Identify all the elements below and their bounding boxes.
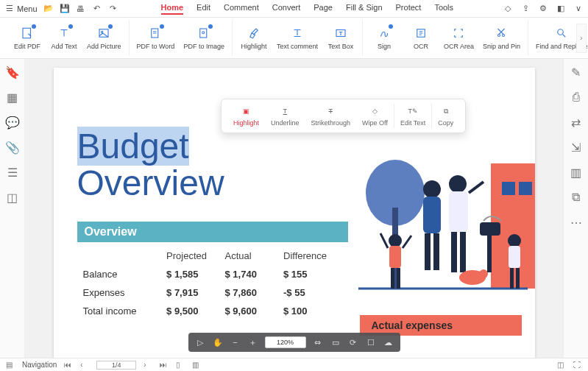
skin-icon[interactable]: ◧	[556, 4, 566, 14]
prev-page-icon[interactable]: ‹	[80, 361, 89, 370]
compress-icon[interactable]: ⇲	[570, 141, 582, 153]
nav-panel-icon[interactable]: ▤	[6, 361, 15, 370]
ctx-edit-text[interactable]: T✎Edit Text	[394, 104, 431, 128]
redo-icon[interactable]: ↷	[108, 4, 118, 14]
ocr-button[interactable]: OCR	[407, 26, 435, 50]
next-page-icon[interactable]: ›	[144, 361, 152, 370]
ribbon-label: OCR	[414, 43, 428, 50]
menu-button[interactable]: ☰ Menu	[4, 4, 38, 14]
col-difference: Difference	[283, 250, 341, 261]
share-icon[interactable]: ⇪	[520, 4, 531, 14]
export-pdf-icon[interactable]: ⎙	[570, 91, 582, 103]
svg-rect-19	[425, 233, 431, 270]
row-difference: $ 100	[283, 305, 341, 317]
ctx-wipeoff[interactable]: ◇Wipe Off	[356, 104, 394, 128]
tab-page[interactable]: Page	[314, 3, 333, 15]
rotate-icon[interactable]: ⟳	[347, 336, 359, 348]
svg-point-21	[449, 175, 467, 193]
single-page-icon[interactable]: ▯	[176, 361, 185, 370]
cloud-icon[interactable]: ☁	[383, 336, 394, 348]
tab-edit[interactable]: Edit	[196, 3, 210, 15]
print-icon[interactable]: 🖶	[76, 4, 86, 14]
pdf-to-word-button[interactable]: PDF to Word	[137, 26, 175, 50]
read-mode-icon[interactable]: ☐	[365, 336, 377, 348]
last-page-icon[interactable]: ⏭	[160, 361, 169, 370]
pdf-to-image-icon	[196, 26, 211, 40]
open-icon[interactable]: 📂	[43, 4, 54, 14]
attachments-icon[interactable]: 📎	[7, 141, 18, 153]
title-selection[interactable]: Budget	[77, 127, 189, 166]
row-actual: $ 1,740	[225, 269, 283, 280]
menu-label: Menu	[17, 4, 38, 13]
zoom-in-icon[interactable]: ＋	[247, 336, 259, 348]
text-comment-icon	[290, 26, 305, 40]
save-icon[interactable]: 💾	[60, 4, 70, 14]
row-actual: $ 7,860	[225, 287, 283, 298]
ribbon-label: Highlight	[241, 43, 266, 50]
svg-point-37	[479, 269, 488, 278]
left-rail: 🔖 ▦ 💬 📎 ☰ ◫	[0, 59, 25, 358]
ocr-area-button[interactable]: OCR Area	[444, 26, 474, 50]
image-tool-icon[interactable]: ▥	[570, 166, 582, 178]
comments-icon[interactable]: 💬	[7, 116, 18, 128]
ctx-strikethrough[interactable]: TStrikethrough	[305, 104, 357, 128]
layers-icon[interactable]: ◫	[7, 191, 18, 203]
ctx-label: Underline	[271, 119, 300, 127]
family-illustration	[344, 119, 535, 311]
zoom-out-icon[interactable]: −	[230, 336, 241, 348]
snip-pin-button[interactable]: Snip and Pin	[483, 26, 520, 50]
ctx-underline[interactable]: TUnderline	[265, 104, 305, 128]
merge-icon[interactable]: ⧉	[570, 191, 582, 203]
pdf-to-image-button[interactable]: PDF to Image	[183, 26, 224, 50]
fit-page-icon[interactable]: ▭	[330, 336, 341, 348]
user-icon[interactable]: ◇	[503, 4, 513, 14]
find-replace-icon	[554, 26, 569, 40]
undo-icon[interactable]: ↶	[92, 4, 102, 14]
ctx-label: Copy	[438, 119, 453, 127]
insert-icon[interactable]: ✎	[570, 66, 582, 78]
svg-point-5	[202, 32, 205, 34]
settings-icon[interactable]: ⚙	[538, 4, 548, 14]
svg-rect-18	[423, 197, 441, 233]
fullscreen-icon[interactable]: ⛶	[573, 361, 582, 370]
ctx-highlight[interactable]: ▣Highlight	[227, 104, 265, 128]
tab-home[interactable]: Home	[161, 3, 184, 15]
svg-point-26	[389, 234, 402, 247]
add-text-button[interactable]: Add Text	[50, 26, 78, 50]
right-rail: ✎ ⎙ ⇄ ⇲ ▥ ⧉ ⋯	[563, 59, 588, 358]
zoom-input[interactable]: 120%	[265, 336, 306, 348]
hand-tool-icon[interactable]: ✋	[212, 336, 224, 348]
ribbon-label: Sign	[378, 43, 391, 50]
more-tools-icon[interactable]: ⋯	[570, 216, 582, 228]
ribbon-label: Add Picture	[87, 43, 121, 50]
highlight-button[interactable]: Highlight	[240, 26, 268, 50]
tab-protect[interactable]: Protect	[396, 3, 422, 15]
tab-fillsign[interactable]: Fill & Sign	[346, 3, 383, 15]
view-mode-icon[interactable]: ◫	[557, 361, 566, 370]
svg-point-9	[503, 35, 505, 37]
text-comment-button[interactable]: Text comment	[277, 26, 318, 50]
tab-comment[interactable]: Comment	[224, 3, 259, 15]
thumbnails-icon[interactable]: ▦	[7, 91, 18, 103]
page-input[interactable]: 1/4	[96, 361, 136, 370]
ctx-copy[interactable]: ⧉Copy	[431, 104, 459, 128]
ribbon-more[interactable]: ›	[576, 24, 587, 53]
fit-width-icon[interactable]: ⇔	[312, 336, 324, 348]
sign-button[interactable]: Sign	[370, 26, 398, 50]
minimize-icon[interactable]: ∨	[573, 4, 584, 14]
bookmark-icon[interactable]: 🔖	[7, 66, 18, 78]
first-page-icon[interactable]: ⏮	[64, 361, 73, 370]
text-box-button[interactable]: Text Box	[327, 26, 355, 50]
svg-line-31	[403, 236, 411, 248]
convert-icon[interactable]: ⇄	[570, 116, 582, 128]
fields-icon[interactable]: ☰	[7, 166, 18, 178]
tab-tools[interactable]: Tools	[434, 3, 453, 15]
col-blank	[83, 250, 167, 261]
edit-pdf-button[interactable]: Edit PDF	[13, 26, 41, 50]
svg-line-30	[380, 233, 388, 248]
svg-rect-33	[509, 246, 520, 268]
select-tool-icon[interactable]: ▷	[194, 336, 206, 348]
add-picture-button[interactable]: Add Picture	[87, 26, 121, 50]
continuous-page-icon[interactable]: ▥	[192, 361, 201, 370]
tab-convert[interactable]: Convert	[272, 3, 301, 15]
